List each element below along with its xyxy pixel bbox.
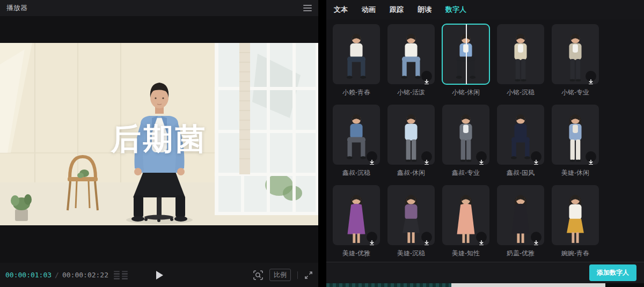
avatar-cell: 小铭-活泼 (387, 24, 435, 97)
avatar-label: 小铭-专业 (552, 88, 599, 97)
avatar-card[interactable] (442, 24, 489, 84)
timecode: 00:00:01:03 / 00:00:02:22 (5, 271, 108, 279)
avatar-cell: 鑫叔-休闲 (387, 105, 435, 178)
tab-read-aloud[interactable]: 朗读 (418, 5, 431, 14)
avatar-cell: 鑫叔-沉稳 (333, 105, 380, 178)
timeline-empty-strip (605, 283, 644, 287)
avatar-cell: 美婕-优雅 (333, 185, 380, 258)
player-title: 播放器 (6, 3, 27, 13)
preview-zoom-icon[interactable] (253, 270, 263, 280)
timeline-peek (326, 283, 644, 287)
download-icon[interactable] (531, 232, 541, 242)
avatar-card[interactable] (387, 24, 435, 84)
controls-divider (297, 271, 298, 279)
avatar-figure (558, 192, 593, 245)
timeline-clip-strip (451, 283, 605, 287)
avatar-card[interactable] (442, 185, 489, 245)
avatar-label: 美婕-知性 (442, 249, 489, 258)
download-icon[interactable] (421, 151, 432, 162)
video-preview[interactable]: 后期菌 (0, 16, 318, 263)
avatar-label: 鑫叔-沉稳 (333, 168, 380, 178)
play-button[interactable] (151, 267, 167, 283)
avatar-card[interactable] (333, 185, 380, 245)
tab-animation[interactable]: 动画 (362, 5, 376, 14)
avatar-label: 小铭-活泼 (387, 88, 435, 97)
download-icon[interactable] (476, 151, 487, 162)
avatar-card[interactable] (497, 185, 544, 245)
avatar-card[interactable] (442, 105, 489, 165)
avatar-label: 奶盖-优雅 (497, 249, 544, 258)
avatar-card[interactable] (552, 185, 599, 245)
current-time: 00:00:01:03 (5, 271, 52, 279)
avatar-label: 小铭-休闲 (442, 88, 489, 97)
tabs-bar: 文本动画跟踪朗读数字人 (326, 0, 644, 19)
tab-text[interactable]: 文本 (334, 5, 348, 14)
caption-overlay[interactable]: 后期菌 (0, 119, 318, 160)
segment-list-icon[interactable] (114, 271, 128, 279)
download-icon[interactable] (531, 151, 541, 162)
avatar-card[interactable] (387, 105, 435, 165)
avatar-card[interactable] (552, 105, 599, 165)
app-window: 播放器 (0, 0, 644, 287)
panel-footer: 添加数字人 (326, 262, 644, 283)
download-icon[interactable] (476, 232, 487, 242)
avatar-figure (339, 31, 374, 84)
avatar-card[interactable] (333, 105, 380, 165)
add-digital-human-button[interactable]: 添加数字人 (589, 264, 636, 281)
tab-tracking[interactable]: 跟踪 (390, 5, 404, 14)
avatar-card[interactable] (333, 24, 380, 84)
player-header: 播放器 (0, 0, 318, 16)
ratio-button[interactable]: 比例 (269, 269, 291, 281)
panel-divider (318, 0, 326, 287)
avatar-cell: 奶盖-优雅 (497, 185, 544, 258)
avatar-label: 美婕-休闲 (552, 168, 599, 178)
avatar-label: 美婕-优雅 (333, 249, 380, 258)
tab-digital-human[interactable]: 数字人 (445, 5, 466, 14)
download-icon[interactable] (421, 71, 432, 82)
fullscreen-icon[interactable] (304, 271, 313, 279)
download-icon[interactable] (586, 151, 596, 162)
avatar-label: 鑫叔-国风 (497, 168, 544, 178)
avatar-card[interactable] (387, 185, 435, 245)
avatar-label: 小赖-青春 (333, 88, 380, 97)
avatar-label: 婉婉-青春 (552, 249, 599, 258)
avatar-label: 鑫叔-专业 (442, 168, 489, 178)
avatar-cell: 小铭-专业 (552, 24, 599, 97)
player-controls: 00:00:01:03 / 00:00:02:22 (0, 263, 318, 287)
avatar-cell: 婉婉-青春 (552, 185, 599, 258)
avatar-cell: 小铭-休闲 (442, 24, 489, 97)
avatar-label: 小铭-沉稳 (497, 88, 544, 97)
avatar-cell: 美婕-休闲 (552, 105, 599, 178)
avatar-cell: 鑫叔-专业 (442, 105, 489, 178)
avatar-card[interactable] (497, 24, 544, 84)
download-icon[interactable] (586, 71, 596, 82)
download-icon[interactable] (367, 151, 377, 162)
download-icon[interactable] (367, 232, 377, 242)
avatar-cell: 鑫叔-国风 (497, 105, 544, 178)
total-time: 00:00:02:22 (62, 271, 108, 279)
avatar-card[interactable] (497, 105, 544, 165)
download-icon[interactable] (421, 232, 432, 242)
time-separator: / (55, 271, 59, 279)
avatar-cell: 小赖-青春 (333, 24, 380, 97)
play-icon (156, 271, 163, 279)
avatar-cell: 美婕-沉稳 (387, 185, 435, 258)
digital-human-panel: 文本动画跟踪朗读数字人 小赖-青春小铭-活泼小铭-休闲小铭-沉稳小铭-专业鑫叔-… (326, 0, 644, 287)
avatar-figure (503, 31, 538, 84)
avatar-card[interactable] (552, 24, 599, 84)
preview-split-line (466, 24, 467, 84)
avatar-label: 鑫叔-休闲 (387, 168, 435, 178)
avatar-label: 美婕-沉稳 (387, 249, 435, 258)
avatar-cell: 美婕-知性 (442, 185, 489, 258)
avatar-cell: 小铭-沉稳 (497, 24, 544, 97)
player-panel: 播放器 (0, 0, 318, 287)
menu-icon[interactable] (303, 5, 312, 11)
timeline-audio-strip (326, 283, 451, 287)
avatar-grid: 小赖-青春小铭-活泼小铭-休闲小铭-沉稳小铭-专业鑫叔-沉稳鑫叔-休闲鑫叔-专业… (326, 19, 644, 262)
